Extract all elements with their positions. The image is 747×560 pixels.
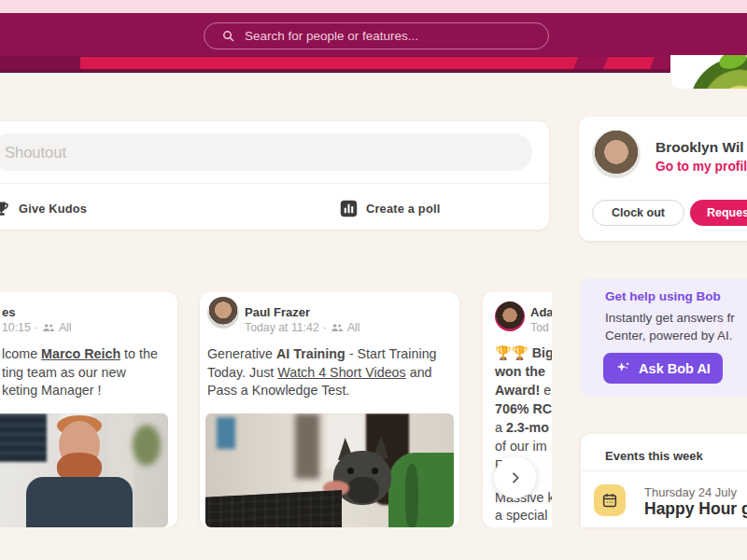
avatar[interactable] [495, 301, 525, 331]
calendar-icon [594, 484, 626, 516]
ask-bob-ai-button[interactable]: Ask Bob AI [603, 353, 723, 384]
poll-icon [340, 200, 358, 217]
profile-name: Brooklyn Wil [655, 139, 744, 156]
post-meta: Today at 11:42· All [245, 321, 360, 334]
post-composer: Give Kudos Create a poll [0, 121, 549, 230]
go-to-profile-link[interactable]: Go to my profil [655, 160, 747, 174]
search-input[interactable] [243, 28, 527, 44]
global-search[interactable] [204, 22, 549, 49]
post-author: Paul Frazer [245, 305, 310, 319]
post-text: Generative AI Training - Start TrainingT… [207, 345, 437, 400]
feed-post-ai-training[interactable]: Paul Frazer Today at 11:42· All Generati… [200, 292, 459, 527]
help-panel-title: Get help using Bob [605, 289, 721, 303]
post-photo-dog-laptop[interactable] [205, 413, 454, 527]
post-text: 🏆🏆 Bigwon theAward! e706% RCa 2.3-moof o… [495, 343, 552, 474]
shoutouts-feed: es 10:15· All lcome Marco Reich to theti… [0, 292, 552, 527]
avatar[interactable] [207, 297, 239, 329]
event-date: Thursday 24 July [644, 485, 737, 499]
create-poll-button[interactable]: Create a poll [340, 196, 440, 220]
help-panel-body: Instantly get answers fr Center, powered… [605, 309, 735, 344]
chevron-right-icon [508, 470, 523, 485]
clock-out-button[interactable]: Clock out [592, 200, 684, 226]
post-meta: 10:15· All [2, 321, 72, 334]
give-kudos-label: Give Kudos [19, 202, 87, 216]
shoutout-input[interactable] [3, 143, 483, 162]
audience-icon [42, 321, 55, 334]
banner-decoration [0, 56, 747, 73]
create-poll-label: Create a poll [366, 202, 440, 216]
audience-icon [331, 321, 344, 334]
event-title[interactable]: Happy Hour g [644, 499, 747, 519]
sparkle-icon [615, 360, 631, 376]
feed-next-button[interactable] [494, 456, 536, 498]
post-text: lcome Marco Reich to theting team as our… [2, 345, 158, 400]
divider [581, 470, 747, 471]
post-meta: Tod [530, 321, 549, 334]
top-navigation-bar [0, 13, 747, 56]
ask-bob-ai-label: Ask Bob AI [639, 361, 711, 376]
post-author: es [2, 305, 15, 319]
feed-post-welcome[interactable]: es 10:15· All lcome Marco Reich to theti… [0, 292, 177, 527]
profile-card: Brooklyn Wil Go to my profil Clock out R… [579, 117, 747, 241]
post-author: Ada [530, 305, 552, 319]
app-window: Give Kudos Create a poll es 10:15· All l… [0, 0, 747, 560]
profile-avatar[interactable] [592, 130, 641, 178]
trophy-icon [0, 200, 10, 217]
post-photo-new-employee[interactable] [0, 413, 168, 527]
events-card: Events this week Thursday 24 July Happy … [581, 434, 747, 527]
top-strip [0, 0, 747, 13]
search-icon [221, 29, 235, 43]
avocado-illustration-card [670, 55, 747, 89]
divider [0, 183, 549, 184]
request-button[interactable]: Request [690, 200, 747, 226]
give-kudos-button[interactable]: Give Kudos [0, 196, 87, 220]
events-title: Events this week [605, 449, 703, 463]
bob-ai-help-panel: Get help using Bob Instantly get answers… [581, 278, 747, 398]
shoutout-field[interactable] [0, 133, 532, 171]
